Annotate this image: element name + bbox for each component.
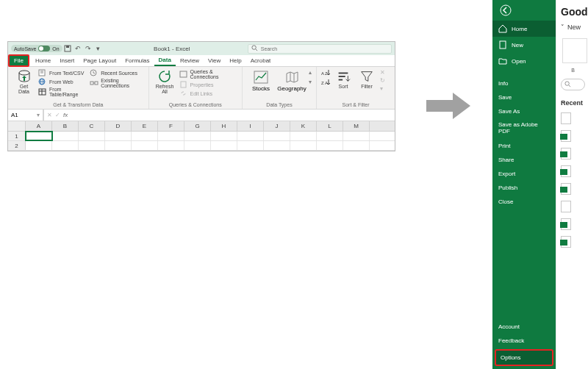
cell[interactable] <box>105 141 132 150</box>
tab-data[interactable]: Data <box>154 55 176 66</box>
tab-review[interactable]: Review <box>176 55 204 66</box>
cell[interactable] <box>211 132 237 140</box>
recent-sources-button[interactable]: Recent Sources <box>90 69 143 76</box>
col-header[interactable]: K <box>290 121 317 131</box>
stocks-button[interactable]: Stocks <box>247 69 275 92</box>
tab-file[interactable]: File <box>8 54 29 67</box>
undo-icon[interactable]: ↶ <box>73 43 83 54</box>
cell[interactable] <box>132 141 158 150</box>
col-header[interactable]: M <box>343 121 370 131</box>
cell[interactable] <box>79 141 105 150</box>
cell[interactable] <box>237 132 264 140</box>
backstage-item-save-as[interactable]: Save As <box>492 104 556 118</box>
backstage-item-save[interactable]: Save <box>492 90 556 104</box>
col-header[interactable]: I <box>237 121 264 131</box>
from-text-csv-button[interactable]: From Text/CSV <box>38 69 87 76</box>
cell[interactable] <box>184 141 211 150</box>
redo-icon[interactable]: ↷ <box>83 43 93 54</box>
backstage-item-save-adobe[interactable]: Save as Adobe PDF <box>492 118 556 139</box>
recent-file-item[interactable] <box>558 127 588 145</box>
advanced-filter-icon[interactable]: ▾ <box>380 85 390 92</box>
recent-file-item[interactable] <box>558 180 588 198</box>
cell[interactable] <box>26 141 52 150</box>
cell[interactable] <box>343 132 370 140</box>
backstage-item-export[interactable]: Export <box>492 167 556 181</box>
cell[interactable] <box>237 141 264 150</box>
col-header[interactable]: L <box>317 121 343 131</box>
col-header[interactable]: A <box>26 121 52 131</box>
recent-file-item[interactable] <box>558 215 588 233</box>
backstage-item-share[interactable]: Share <box>492 153 556 167</box>
tab-insert[interactable]: Insert <box>55 55 79 66</box>
col-header[interactable]: D <box>105 121 132 131</box>
cell[interactable] <box>290 141 317 150</box>
sort-za-button[interactable]: ZA <box>321 79 330 86</box>
col-header[interactable]: E <box>132 121 158 131</box>
backstage-item-open[interactable]: Open <box>492 53 556 69</box>
sort-az-button[interactable]: AZ <box>321 69 330 76</box>
cell[interactable] <box>211 141 237 150</box>
enter-formula-icon[interactable]: ✓ <box>55 112 60 118</box>
cell[interactable] <box>105 132 132 140</box>
col-header[interactable]: G <box>184 121 211 131</box>
cell[interactable] <box>317 141 343 150</box>
tab-view[interactable]: View <box>204 55 225 66</box>
row-header[interactable]: 1 <box>8 132 26 140</box>
cell[interactable] <box>79 132 105 140</box>
cell[interactable] <box>264 141 290 150</box>
backstage-search[interactable] <box>561 79 585 90</box>
cell[interactable] <box>158 132 184 140</box>
backstage-item-home[interactable]: Home <box>492 21 556 37</box>
existing-connections-button[interactable]: Existing Connections <box>90 78 143 88</box>
col-header[interactable]: H <box>211 121 237 131</box>
backstage-item-new[interactable]: New <box>492 37 556 53</box>
backstage-item-info[interactable]: Info <box>492 76 556 90</box>
cell-a1[interactable] <box>26 132 52 140</box>
backstage-item-close[interactable]: Close <box>492 195 556 209</box>
name-box[interactable]: A1▾ <box>8 110 43 121</box>
backstage-item-options[interactable]: Options <box>495 349 553 366</box>
tab-page-layout[interactable]: Page Layout <box>79 55 121 66</box>
cell[interactable] <box>343 141 370 150</box>
autosave-toggle[interactable]: AutoSave On <box>11 45 62 52</box>
cancel-formula-icon[interactable]: ✕ <box>47 112 52 118</box>
cell[interactable] <box>52 132 79 140</box>
template-thumbnail[interactable] <box>562 38 587 63</box>
tab-formulas[interactable]: Formulas <box>121 55 154 66</box>
tab-home[interactable]: Home <box>31 55 55 66</box>
backstage-item-publish[interactable]: Publish <box>492 181 556 195</box>
select-all-corner[interactable] <box>8 121 26 131</box>
get-data-button[interactable]: Get Data <box>12 69 35 95</box>
backstage-item-feedback[interactable]: Feedback <box>492 334 556 348</box>
row-header[interactable]: 2 <box>8 141 26 150</box>
recent-file-item[interactable] <box>558 145 588 162</box>
cell[interactable] <box>264 132 290 140</box>
recent-file-item[interactable] <box>558 162 588 180</box>
datatype-next-icon[interactable]: ▾ <box>309 79 312 85</box>
tab-acrobat[interactable]: Acrobat <box>246 55 276 66</box>
cell[interactable] <box>158 141 184 150</box>
qat-dropdown-icon[interactable]: ▾ <box>93 43 104 54</box>
tab-help[interactable]: Help <box>225 55 245 66</box>
from-table-range-button[interactable]: From Table/Range <box>38 87 87 97</box>
backstage-item-print[interactable]: Print <box>492 139 556 153</box>
backstage-new-collapse[interactable]: ˅ New <box>558 21 588 34</box>
col-header[interactable]: B <box>52 121 79 131</box>
spreadsheet-grid[interactable]: A B C D E F G H I J K L M 1 2 <box>8 121 395 151</box>
fx-icon[interactable]: fx <box>63 112 68 118</box>
col-header[interactable]: C <box>79 121 105 131</box>
queries-connections-button[interactable]: Queries & Connections <box>179 69 237 79</box>
cell[interactable] <box>132 132 158 140</box>
cell[interactable] <box>317 132 343 140</box>
col-header[interactable]: F <box>158 121 184 131</box>
backstage-back-button[interactable] <box>492 0 556 21</box>
col-header[interactable]: J <box>264 121 290 131</box>
refresh-all-button[interactable]: Refresh All <box>154 69 176 95</box>
cell[interactable] <box>184 132 211 140</box>
recent-file-item[interactable] <box>558 198 588 215</box>
geography-button[interactable]: Geography <box>278 69 306 92</box>
datatype-prev-icon[interactable]: ▴ <box>309 69 312 76</box>
from-web-button[interactable]: From Web <box>38 78 87 85</box>
cell[interactable] <box>52 141 79 150</box>
sort-button[interactable]: Sort <box>333 69 354 89</box>
